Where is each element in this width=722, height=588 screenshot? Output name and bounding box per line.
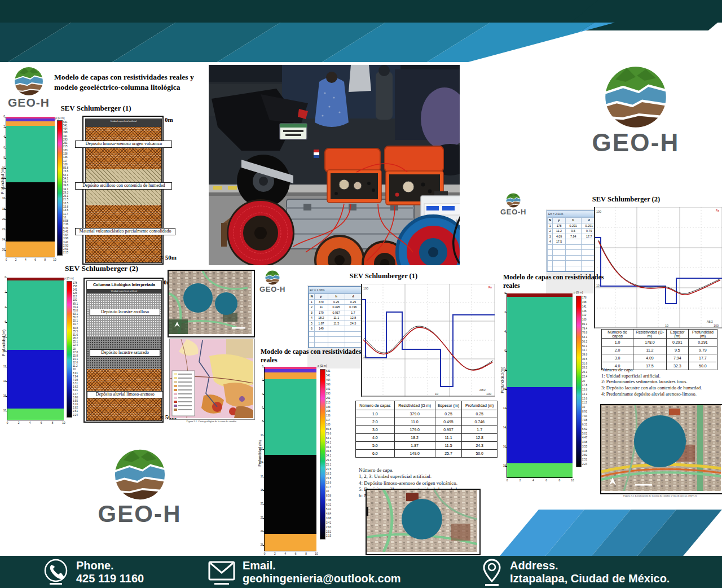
scale-value: 183 — [326, 405, 335, 409]
table-header: Profundidad (m) — [688, 330, 717, 339]
y-tick-mark — [5, 158, 6, 159]
geo-h-logo-mark — [14, 67, 43, 96]
model-layer — [7, 350, 64, 409]
color-scale-values: 6315414643983412932512151831581361171008… — [63, 120, 72, 254]
note-line: 4: Predominante depósito aluvial arenoso… — [601, 391, 722, 397]
window-col-header: N — [309, 294, 315, 300]
y-tick-mark — [6, 352, 7, 352]
model-layer — [507, 463, 573, 477]
address-value: Iztapalapa, Ciudad de México. — [510, 572, 670, 585]
table-cell: 0.495 — [435, 418, 462, 426]
scale-value: 10 — [582, 405, 591, 410]
y-tick-mark — [263, 394, 265, 395]
svg-text:AB/2: AB/2 — [707, 320, 713, 323]
table-cell: 1.0 — [602, 339, 633, 346]
table-header: Resistividad (Ω-m) — [633, 330, 667, 339]
note-line: Número de capa. — [359, 467, 508, 473]
email-label: Email. — [243, 559, 401, 572]
window-cell: 17.5 — [553, 239, 565, 245]
scale-value: 12.6 — [582, 396, 591, 401]
depth-marker-bottom: ≈ 50m — [160, 254, 177, 261]
phone-value: 425 119 1160 — [76, 572, 144, 585]
table-cell: 4.09 — [633, 354, 667, 362]
y-tick-mark — [263, 408, 265, 409]
note-line: 2: Predominantes sedimentos lacustres fi… — [601, 379, 722, 385]
scale-value: 464 — [326, 378, 335, 383]
model-layer — [6, 126, 55, 182]
litho-layer: Unidad superficial artificial — [86, 119, 161, 127]
scale-value: 56.2 — [582, 340, 591, 344]
y-tick-mark — [5, 188, 6, 189]
scale-value: 63.1 — [582, 335, 591, 340]
scale-label: ρ [Ω m] — [574, 291, 583, 294]
window-title: Err = 2.01% — [548, 212, 600, 216]
x-tick: 0 — [264, 552, 266, 555]
scale-value: 63.1 — [326, 436, 335, 440]
y-tick-mark — [263, 477, 265, 477]
y-tick-mark — [5, 220, 6, 220]
table-cell: 178.0 — [633, 339, 667, 346]
window-cell: 11 — [315, 305, 328, 310]
x-tick: 8 — [52, 422, 54, 424]
scale-value: 126 — [582, 309, 591, 313]
scale-value: 89.1 — [582, 322, 591, 327]
model-title: Modelo de capas con resistividades reale… — [503, 273, 610, 290]
window-cell: 0.746 — [345, 305, 362, 310]
y-tick-mark — [505, 466, 507, 467]
window-cell — [548, 255, 553, 261]
window-cell: 379 — [315, 299, 328, 305]
color-scale-bar — [67, 281, 72, 418]
table-header: Espesor (m) — [435, 401, 462, 410]
scale-value: 18.5 — [326, 471, 335, 476]
window-cell: 179 — [315, 310, 328, 315]
scale-value: 7.94 — [582, 414, 591, 418]
x-tick: 10 — [62, 422, 65, 424]
model-layer — [6, 242, 55, 257]
color-scale-values: 17815814112611210089.179.470.863.156.250… — [73, 281, 82, 416]
x-tick: 2 — [15, 258, 17, 261]
table-cell: 6.0 — [356, 450, 395, 458]
model-layer — [265, 379, 316, 455]
litho-column-sev1: Unidad superficial artificial Depósito l… — [82, 116, 164, 265]
window-cell: 4 — [309, 315, 315, 321]
sev1-resistivity-model: Profundidad (m) 024681012141618202224260… — [6, 117, 55, 257]
y-tick-mark — [6, 322, 7, 323]
table-row: 3.04.097.9417.7 — [602, 354, 717, 362]
note-line: 4: Depósito limoso-arenoso de origen vol… — [359, 480, 508, 486]
table-cell: 4.0 — [356, 434, 395, 442]
window-cell — [548, 244, 553, 250]
scale-value: 398 — [326, 383, 335, 387]
y-tick-mark — [505, 428, 507, 428]
y-tick-mark — [5, 230, 6, 230]
table-cell: 11.0 — [394, 418, 435, 426]
scale-value: 6.31 — [582, 423, 591, 427]
window-cell — [309, 337, 315, 343]
color-scale-bar — [57, 120, 63, 256]
y-tick-mark — [6, 396, 7, 397]
window-title: Err = 1.36% — [310, 288, 366, 292]
scale-value: 17.8 — [582, 383, 591, 388]
scale-value: 31.6 — [582, 361, 591, 366]
geo-h-logo: GEO-H — [0, 67, 60, 109]
scale-value: 11.7 — [326, 485, 335, 489]
scale-value: 50.1 — [582, 344, 591, 348]
y-tick-mark — [5, 127, 6, 128]
scale-value: 2.15 — [63, 251, 72, 254]
svg-text:10: 10 — [363, 355, 367, 358]
geo-h-logo-mark — [114, 449, 166, 501]
y-tick-mark — [263, 504, 265, 504]
table-row: 2.011.00.4950.746 — [356, 418, 498, 426]
litho-label: Material vulcanoclástico parcialmente co… — [75, 228, 175, 235]
table-cell: 0.957 — [435, 426, 462, 434]
model-layer — [7, 409, 64, 420]
table-cell: 2.0 — [602, 346, 633, 354]
table-cell: 1.7 — [462, 426, 498, 434]
window-cell — [328, 331, 345, 337]
litho-label: Depósito arcilloso con contenido de hume… — [75, 182, 172, 190]
geo-h-logo: GEO-H — [93, 449, 186, 528]
y-tick-mark — [6, 337, 7, 337]
table-header: Número de capas — [356, 401, 395, 410]
table-cell: 0.25 — [462, 410, 498, 418]
table-cell: 9.5 — [666, 346, 688, 354]
scale-value: 25.1 — [582, 370, 591, 375]
